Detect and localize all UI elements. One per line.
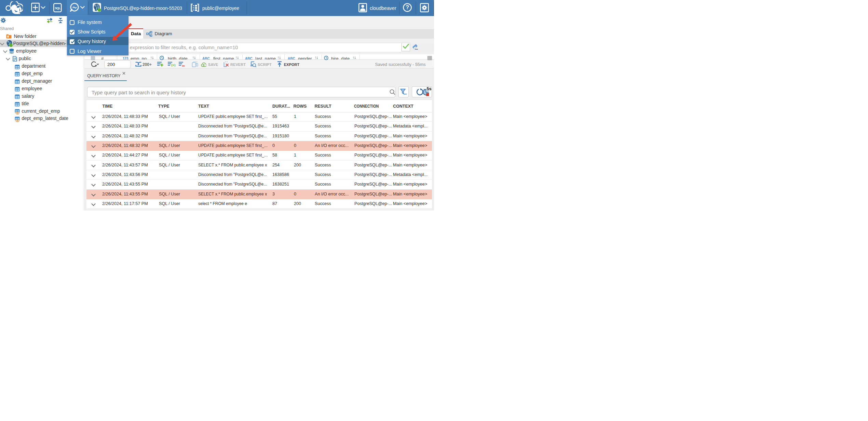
svg-text:(+): (+) (171, 63, 175, 67)
svg-text:SQL: SQL (55, 6, 61, 10)
svg-text:?: ? (406, 4, 409, 10)
